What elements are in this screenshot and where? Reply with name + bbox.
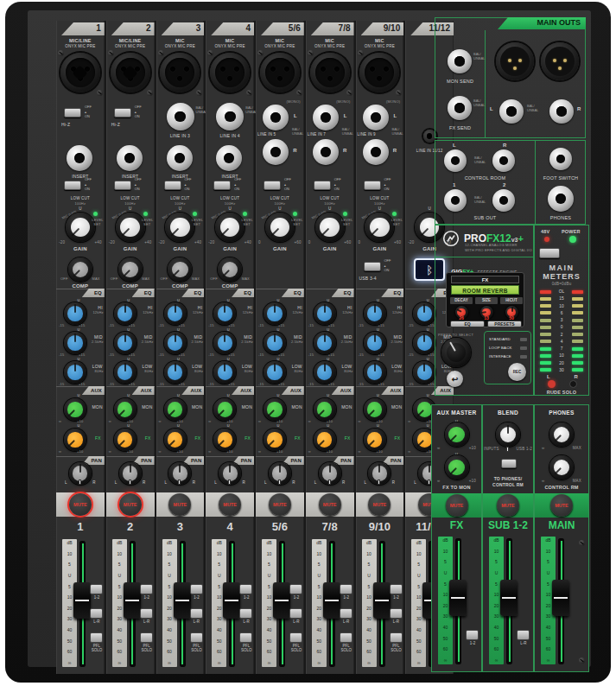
assign-lr-button[interactable] xyxy=(239,608,252,619)
aux-fx-knob[interactable] xyxy=(213,429,236,451)
eq-low-knob[interactable] xyxy=(114,361,137,384)
master-mute-button[interactable]: MUTE xyxy=(497,494,519,517)
eq-low-knob[interactable] xyxy=(413,361,435,384)
eq-hi-knob[interactable] xyxy=(364,302,386,325)
aux-mon-knob[interactable] xyxy=(314,398,336,421)
aux-mon-knob[interactable] xyxy=(114,398,137,421)
master-assign-button[interactable] xyxy=(466,630,479,640)
pfl-solo-button[interactable] xyxy=(239,632,252,643)
low-cut-switch[interactable] xyxy=(314,181,331,190)
aux-mon-knob[interactable] xyxy=(264,398,286,421)
gain-knob[interactable] xyxy=(265,213,295,242)
blend-knob[interactable] xyxy=(496,422,520,447)
eq-low-knob[interactable] xyxy=(364,361,386,384)
channel-fader-handle[interactable] xyxy=(124,582,141,619)
eq-mid-knob[interactable] xyxy=(413,332,435,354)
mute-button[interactable]: MUTE xyxy=(219,493,241,516)
back-button[interactable]: ↩ xyxy=(447,371,463,387)
eq-hi-knob[interactable] xyxy=(413,302,435,325)
fx-select-knob[interactable] xyxy=(441,338,471,367)
assign-lr-button[interactable] xyxy=(90,608,103,619)
eq-hi-knob[interactable] xyxy=(264,302,286,325)
aux-fx-knob[interactable] xyxy=(264,429,286,451)
hi-z-switch[interactable] xyxy=(114,108,131,118)
master-fader-handle[interactable] xyxy=(449,580,467,616)
assign-1-2-button[interactable] xyxy=(289,584,302,594)
channel-fader-handle[interactable] xyxy=(323,582,340,619)
assign-1-2-button[interactable] xyxy=(239,584,252,594)
channel-fader-handle[interactable] xyxy=(174,582,191,619)
assign-lr-button[interactable] xyxy=(390,608,403,619)
pfl-solo-button[interactable] xyxy=(340,632,352,643)
eq-mid-knob[interactable] xyxy=(64,332,86,354)
comp-knob[interactable] xyxy=(68,257,92,282)
mute-button[interactable]: MUTE xyxy=(69,493,92,516)
eq-hi-knob[interactable] xyxy=(213,302,236,325)
gain-knob[interactable] xyxy=(116,213,145,242)
channel-fader-handle[interactable] xyxy=(373,582,391,619)
aux-fx-knob[interactable] xyxy=(114,429,137,451)
eq-hi-knob[interactable] xyxy=(164,302,187,325)
eq-hi-knob[interactable] xyxy=(64,302,86,325)
master-assign-button[interactable] xyxy=(517,630,530,640)
gain-knob[interactable] xyxy=(215,213,244,242)
pfl-solo-button[interactable] xyxy=(90,632,103,643)
fx-presets-button[interactable]: PRESETS xyxy=(487,321,522,327)
assign-1-2-button[interactable] xyxy=(390,584,403,594)
channel-fader-handle[interactable] xyxy=(273,582,290,619)
eq-low-knob[interactable] xyxy=(314,361,336,384)
aux-mon-knob[interactable] xyxy=(213,398,236,421)
eq-mid-knob[interactable] xyxy=(164,332,187,354)
low-cut-switch[interactable] xyxy=(364,181,381,190)
control-rm-knob[interactable] xyxy=(549,455,574,480)
gain-knob[interactable] xyxy=(165,213,194,242)
master-mute-button[interactable]: MUTE xyxy=(550,494,573,517)
eq-low-knob[interactable] xyxy=(264,361,286,384)
aux-mon-knob[interactable] xyxy=(364,398,386,421)
eq-hi-knob[interactable] xyxy=(114,302,137,325)
assign-1-2-button[interactable] xyxy=(190,584,203,594)
mute-button[interactable]: MUTE xyxy=(119,493,142,516)
eq-mid-knob[interactable] xyxy=(264,332,286,354)
assign-1-2-button[interactable] xyxy=(140,584,153,594)
pfl-solo-button[interactable] xyxy=(289,632,302,643)
gain-knob[interactable] xyxy=(365,213,394,242)
comp-knob[interactable] xyxy=(218,257,242,282)
low-cut-switch[interactable] xyxy=(213,181,231,190)
eq-low-knob[interactable] xyxy=(64,361,86,384)
assign-lr-button[interactable] xyxy=(289,608,302,619)
pfl-solo-button[interactable] xyxy=(140,632,153,643)
pfl-solo-button[interactable] xyxy=(390,632,403,643)
aux-mon-knob[interactable] xyxy=(164,398,187,421)
to-phones-control-rm-switch[interactable] xyxy=(501,459,517,468)
master-fader-handle[interactable] xyxy=(552,580,569,616)
eq-mid-knob[interactable] xyxy=(314,332,336,354)
aux-fx-knob[interactable] xyxy=(64,429,86,451)
comp-knob[interactable] xyxy=(168,257,192,282)
assign-lr-button[interactable] xyxy=(140,608,153,619)
channel-fader-handle[interactable] xyxy=(223,582,240,619)
low-cut-switch[interactable] xyxy=(264,181,281,190)
assign-lr-button[interactable] xyxy=(190,608,203,619)
fx-eq-button[interactable]: EQ xyxy=(450,321,485,327)
eq-low-knob[interactable] xyxy=(213,361,236,384)
pfl-solo-button[interactable] xyxy=(190,632,203,643)
assign-1-2-button[interactable] xyxy=(90,584,103,594)
assign-1-2-button[interactable] xyxy=(340,584,352,594)
aux-mon-knob[interactable] xyxy=(64,398,86,421)
fx-to-mon-knob[interactable] xyxy=(445,455,469,480)
gain-knob[interactable] xyxy=(66,213,95,242)
master-fader-handle[interactable] xyxy=(500,580,518,616)
hi-z-switch[interactable] xyxy=(64,108,81,118)
eq-mid-knob[interactable] xyxy=(114,332,137,354)
phantom-power-switch[interactable] xyxy=(539,248,560,258)
aux-fx-knob[interactable] xyxy=(314,429,336,451)
low-cut-switch[interactable] xyxy=(164,181,181,190)
eq-hi-knob[interactable] xyxy=(314,302,336,325)
aux-fx-knob[interactable] xyxy=(164,429,187,451)
low-cut-switch[interactable] xyxy=(114,181,131,190)
comp-knob[interactable] xyxy=(118,257,143,282)
eq-mid-knob[interactable] xyxy=(213,332,236,354)
channel-fader-handle[interactable] xyxy=(73,582,91,619)
mute-button[interactable]: MUTE xyxy=(319,493,341,516)
